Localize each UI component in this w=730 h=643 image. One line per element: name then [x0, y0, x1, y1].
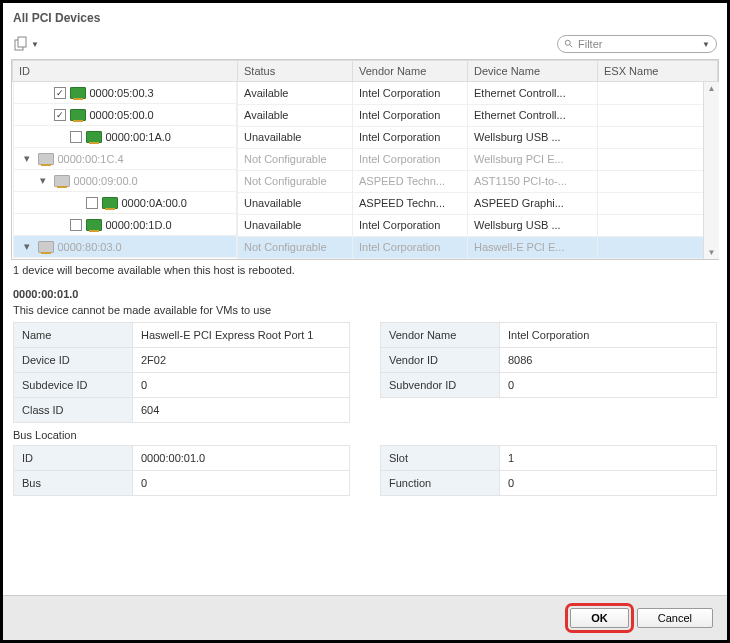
copy-menu-button[interactable]: ▼: [13, 36, 39, 52]
pci-card-icon: [38, 153, 54, 165]
row-device: Haswell-E PCI E...: [468, 236, 598, 258]
scroll-up-icon[interactable]: ▲: [708, 84, 716, 93]
row-id: 0000:05:00.3: [90, 87, 154, 99]
ok-button[interactable]: OK: [570, 608, 629, 628]
col-header-device[interactable]: Device Name: [468, 61, 598, 82]
property-row: Vendor ID8086: [380, 347, 717, 372]
col-header-status[interactable]: Status: [238, 61, 353, 82]
row-checkbox[interactable]: [86, 197, 98, 209]
property-key: ID: [13, 446, 133, 470]
property-value: 0: [133, 373, 350, 397]
row-esx: [598, 170, 718, 192]
property-value: Haswell-E PCI Express Root Port 1: [133, 323, 350, 347]
table-row[interactable]: 0000:00:1D.0UnavailableIntel Corporation…: [13, 214, 718, 236]
property-key: Device ID: [13, 348, 133, 372]
property-key: Vendor ID: [380, 348, 500, 372]
row-device: Ethernet Controll...: [468, 82, 598, 105]
property-value: 0: [500, 373, 717, 397]
dialog-footer: OK Cancel: [3, 595, 727, 640]
table-row[interactable]: 0000:0A:00.0UnavailableASPEED Techn...AS…: [13, 192, 718, 214]
row-esx: [598, 104, 718, 126]
bus-details: ID0000:00:01.0Bus0 Slot1Function0: [3, 445, 727, 496]
row-id: 0000:05:00.0: [90, 109, 154, 121]
table-row[interactable]: ▾0000:00:1C.4Not ConfigurableIntel Corpo…: [13, 148, 718, 170]
row-device: Wellsburg PCI E...: [468, 148, 598, 170]
row-id: 0000:00:1C.4: [58, 153, 124, 165]
property-row: Subdevice ID0: [13, 372, 350, 397]
table-row[interactable]: ✓0000:05:00.3AvailableIntel CorporationE…: [13, 82, 718, 105]
row-esx: [598, 214, 718, 236]
row-status: Not Configurable: [238, 148, 353, 170]
property-row: Vendor NameIntel Corporation: [380, 322, 717, 347]
pci-card-icon: [86, 219, 102, 231]
property-key: Vendor Name: [380, 323, 500, 347]
property-row: Function0: [380, 470, 717, 496]
property-key: Bus: [13, 471, 133, 495]
row-esx: [598, 148, 718, 170]
property-key: Class ID: [13, 398, 133, 422]
property-key: Subvendor ID: [380, 373, 500, 397]
cancel-button[interactable]: Cancel: [637, 608, 713, 628]
row-device: Wellsburg USB ...: [468, 126, 598, 148]
row-checkbox[interactable]: ✓: [54, 87, 66, 99]
row-device: Ethernet Controll...: [468, 104, 598, 126]
search-icon: [564, 39, 574, 49]
row-status: Unavailable: [238, 214, 353, 236]
row-status: Available: [238, 104, 353, 126]
pci-table: ID Status Vendor Name Device Name ESX Na…: [11, 59, 719, 260]
col-header-esx[interactable]: ESX Name: [598, 61, 718, 82]
chevron-down-icon[interactable]: ▼: [702, 40, 710, 49]
filter-input[interactable]: Filter ▼: [557, 35, 717, 53]
row-device: Wellsburg USB ...: [468, 214, 598, 236]
row-device: AST1150 PCI-to-...: [468, 170, 598, 192]
table-row[interactable]: ▾0000:80:03.0Not ConfigurableIntel Corpo…: [13, 236, 718, 258]
col-header-id[interactable]: ID: [13, 61, 238, 82]
pci-card-icon: [70, 109, 86, 121]
property-key: Slot: [380, 446, 500, 470]
copy-icon: [13, 36, 29, 52]
expand-arrow-icon[interactable]: ▾: [40, 174, 50, 187]
row-status: Unavailable: [238, 192, 353, 214]
detail-device-id: 0000:00:01.0: [3, 280, 727, 304]
row-esx: [598, 126, 718, 148]
pci-card-icon: [38, 241, 54, 253]
row-status: Available: [238, 82, 353, 105]
table-row[interactable]: 0000:00:1A.0UnavailableIntel Corporation…: [13, 126, 718, 148]
scroll-down-icon[interactable]: ▼: [708, 248, 716, 257]
row-vendor: Intel Corporation: [353, 236, 468, 258]
property-value: 0: [133, 471, 350, 495]
pci-card-icon: [86, 131, 102, 143]
device-details: NameHaswell-E PCI Express Root Port 1Dev…: [3, 322, 727, 423]
property-value: 0: [500, 471, 717, 495]
row-checkbox[interactable]: [70, 219, 82, 231]
pci-card-icon: [70, 87, 86, 99]
toolbar: ▼ Filter ▼: [3, 31, 727, 59]
property-value: 1: [500, 446, 717, 470]
svg-line-3: [570, 45, 573, 48]
property-value: Intel Corporation: [500, 323, 717, 347]
pci-card-icon: [102, 197, 118, 209]
row-id: 0000:80:03.0: [58, 241, 122, 253]
dialog-title: All PCI Devices: [3, 3, 727, 31]
row-id: 0000:09:00.0: [74, 175, 138, 187]
row-esx: [598, 236, 718, 258]
row-status: Not Configurable: [238, 170, 353, 192]
property-key: Name: [13, 323, 133, 347]
property-key: Function: [380, 471, 500, 495]
property-value: 604: [133, 398, 350, 422]
row-status: Not Configurable: [238, 236, 353, 258]
row-checkbox[interactable]: [70, 131, 82, 143]
col-header-vendor[interactable]: Vendor Name: [353, 61, 468, 82]
reboot-note: 1 device will become available when this…: [3, 260, 727, 280]
expand-arrow-icon[interactable]: ▾: [24, 240, 34, 253]
expand-arrow-icon[interactable]: ▾: [24, 152, 34, 165]
table-row[interactable]: ✓0000:05:00.0AvailableIntel CorporationE…: [13, 104, 718, 126]
property-row: ID0000:00:01.0: [13, 445, 350, 470]
table-row[interactable]: ▾0000:09:00.0Not ConfigurableASPEED Tech…: [13, 170, 718, 192]
property-row: Device ID2F02: [13, 347, 350, 372]
row-checkbox[interactable]: ✓: [54, 109, 66, 121]
row-vendor: Intel Corporation: [353, 214, 468, 236]
row-id: 0000:0A:00.0: [122, 197, 187, 209]
property-row: Slot1: [380, 445, 717, 470]
vertical-scrollbar[interactable]: ▲ ▼: [703, 82, 719, 259]
